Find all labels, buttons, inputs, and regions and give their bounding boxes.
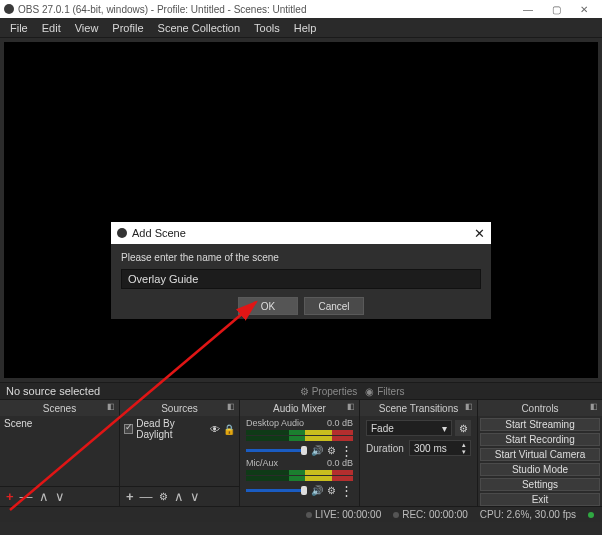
exit-button[interactable]: Exit — [480, 493, 600, 506]
audio-meter — [246, 430, 353, 435]
start-streaming-button[interactable]: Start Streaming — [480, 418, 600, 431]
status-cpu: CPU: 2.6%, 30.00 fps — [480, 509, 576, 520]
source-name: Dead By Daylight — [136, 418, 207, 440]
scene-name-input[interactable] — [121, 269, 481, 289]
menu-view[interactable]: View — [69, 20, 105, 36]
filter-icon: ◉ — [365, 386, 374, 397]
obs-icon — [117, 228, 127, 238]
controls-panel: Controls ◧ Start Streaming Start Recordi… — [478, 400, 602, 506]
start-virtual-camera-button[interactable]: Start Virtual Camera — [480, 448, 600, 461]
dialog-close-button[interactable]: ✕ — [474, 226, 485, 241]
dock-icon[interactable]: ◧ — [347, 402, 355, 411]
menu-tools[interactable]: Tools — [248, 20, 286, 36]
sources-header: Sources — [161, 403, 198, 414]
filters-button[interactable]: ◉ Filters — [365, 386, 404, 397]
audio-channel-mic: Mic/Aux 0.0 dB 🔊 ⚙ ⋮ — [240, 456, 359, 496]
audio-meter — [246, 470, 353, 475]
dock-icon[interactable]: ◧ — [465, 402, 473, 411]
gear-icon: ⚙ — [300, 386, 309, 397]
cancel-button[interactable]: Cancel — [304, 297, 364, 315]
source-remove-button[interactable]: — — [140, 489, 153, 504]
dock-icon[interactable]: ◧ — [107, 402, 115, 411]
scenes-tools: + — ∧ ∨ — [0, 486, 119, 506]
transitions-panel: Scene Transitions ◧ Fade ▾ ⚙ Duration 30… — [360, 400, 478, 506]
dialog-titlebar: Add Scene ✕ — [111, 222, 491, 244]
scene-up-button[interactable]: ∧ — [39, 489, 49, 504]
source-add-button[interactable]: + — [126, 489, 134, 504]
lock-icon[interactable]: 🔒 — [223, 424, 235, 435]
audio-mixer-panel: Audio Mixer ◧ Desktop Audio 0.0 dB 🔊 ⚙ ⋮ — [240, 400, 360, 506]
preview-area[interactable] — [4, 42, 598, 378]
source-down-button[interactable]: ∨ — [190, 489, 200, 504]
transitions-header: Scene Transitions — [379, 403, 459, 414]
source-checkbox[interactable] — [124, 424, 133, 434]
context-strip: No source selected ⚙ Properties ◉ Filter… — [0, 382, 602, 400]
transition-gear-button[interactable]: ⚙ — [455, 420, 471, 436]
volume-slider[interactable] — [246, 449, 307, 452]
gear-icon[interactable]: ⚙ — [327, 445, 336, 456]
sources-tools: + — ⚙ ∧ ∨ — [120, 486, 239, 506]
panels-row: Scenes ◧ Scene + — ∧ ∨ Sources ◧ Dead By… — [0, 400, 602, 506]
menu-help[interactable]: Help — [288, 20, 323, 36]
dialog-prompt: Please enter the name of the scene — [121, 252, 481, 263]
transition-selected: Fade — [371, 423, 394, 434]
duration-value: 300 ms — [414, 443, 447, 454]
scene-add-button[interactable]: + — [6, 489, 14, 504]
gear-icon[interactable]: ⚙ — [327, 485, 336, 496]
scenes-panel: Scenes ◧ Scene + — ∧ ∨ — [0, 400, 120, 506]
menu-profile[interactable]: Profile — [106, 20, 149, 36]
audio-meter — [246, 476, 353, 481]
more-icon[interactable]: ⋮ — [340, 448, 353, 454]
scene-item[interactable]: Scene — [4, 418, 115, 429]
start-recording-button[interactable]: Start Recording — [480, 433, 600, 446]
ok-button[interactable]: OK — [238, 297, 298, 315]
window-minimize[interactable]: — — [514, 1, 542, 17]
add-scene-dialog: Add Scene ✕ Please enter the name of the… — [111, 222, 491, 319]
scene-remove-button[interactable]: — — [20, 489, 33, 504]
status-live: LIVE: 00:00:00 — [306, 509, 381, 520]
properties-button[interactable]: ⚙ Properties — [300, 386, 358, 397]
status-bar: LIVE: 00:00:00 REC: 00:00:00 CPU: 2.6%, … — [0, 506, 602, 522]
scene-down-button[interactable]: ∨ — [55, 489, 65, 504]
more-icon[interactable]: ⋮ — [340, 488, 353, 494]
dock-icon[interactable]: ◧ — [227, 402, 235, 411]
properties-label: Properties — [312, 386, 358, 397]
eye-icon[interactable]: 👁 — [210, 424, 220, 435]
audio-ch-name: Mic/Aux — [246, 458, 278, 468]
menu-scene-collection[interactable]: Scene Collection — [152, 20, 247, 36]
gear-icon: ⚙ — [459, 423, 468, 434]
window-title: OBS 27.0.1 (64-bit, windows) - Profile: … — [18, 4, 306, 15]
window-close[interactable]: ✕ — [570, 1, 598, 17]
status-rec: REC: 00:00:00 — [393, 509, 468, 520]
audio-channel-desktop: Desktop Audio 0.0 dB 🔊 ⚙ ⋮ — [240, 416, 359, 456]
menu-file[interactable]: File — [4, 20, 34, 36]
controls-header: Controls — [521, 403, 558, 414]
sources-panel: Sources ◧ Dead By Daylight 👁 🔒 + — ⚙ ∧ ∨ — [120, 400, 240, 506]
menu-edit[interactable]: Edit — [36, 20, 67, 36]
speaker-icon[interactable]: 🔊 — [311, 445, 323, 456]
studio-mode-button[interactable]: Studio Mode — [480, 463, 600, 476]
duration-field[interactable]: 300 ms ▴▾ — [409, 440, 471, 456]
dock-icon[interactable]: ◧ — [590, 402, 598, 411]
scenes-header: Scenes — [43, 403, 76, 414]
chevron-down-icon: ▾ — [442, 423, 447, 434]
window-maximize[interactable]: ▢ — [542, 1, 570, 17]
duration-label: Duration — [366, 443, 406, 454]
filters-label: Filters — [377, 386, 404, 397]
obs-icon — [4, 4, 14, 14]
audio-ch-db: 0.0 dB — [327, 458, 353, 468]
titlebar: OBS 27.0.1 (64-bit, windows) - Profile: … — [0, 0, 602, 18]
audio-ch-db: 0.0 dB — [327, 418, 353, 428]
no-source-label: No source selected — [6, 385, 100, 397]
menubar: File Edit View Profile Scene Collection … — [0, 18, 602, 38]
settings-button[interactable]: Settings — [480, 478, 600, 491]
audio-ch-name: Desktop Audio — [246, 418, 304, 428]
source-up-button[interactable]: ∧ — [174, 489, 184, 504]
status-indicator-icon — [588, 512, 594, 518]
volume-slider[interactable] — [246, 489, 307, 492]
speaker-icon[interactable]: 🔊 — [311, 485, 323, 496]
source-item[interactable]: Dead By Daylight 👁 🔒 — [120, 416, 239, 442]
transition-select[interactable]: Fade ▾ — [366, 420, 452, 436]
dialog-title: Add Scene — [132, 227, 186, 239]
source-gear-button[interactable]: ⚙ — [159, 491, 168, 502]
